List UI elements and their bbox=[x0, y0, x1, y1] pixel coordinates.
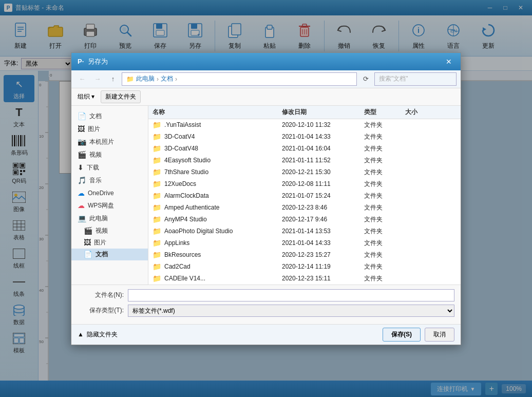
file-name: BkResources bbox=[164, 251, 201, 258]
pc-docs-icon: 📄 bbox=[84, 250, 92, 258]
music-icon: 🎵 bbox=[78, 176, 86, 184]
filename-label: 文件名(N): bbox=[78, 291, 124, 299]
breadcrumb-icon: 📁 bbox=[126, 75, 134, 83]
dialog-close-button[interactable]: ✕ bbox=[443, 56, 454, 67]
file-row[interactable]: 📁 AlarmClockData 2021-01-07 15:24 文件夹 bbox=[148, 190, 461, 202]
nav-item-video[interactable]: 🎬 视频 bbox=[71, 148, 148, 161]
nav-item-downloads[interactable]: ⬇ 下载 bbox=[71, 161, 148, 174]
file-row[interactable]: 📁 Cad2Cad 2020-12-14 11:19 文件夹 bbox=[148, 261, 461, 273]
folder-icon: 📁 bbox=[153, 251, 161, 259]
file-name: 4Easysoft Studio bbox=[164, 157, 211, 164]
file-date: 2021-01-04 14:33 bbox=[282, 133, 364, 140]
folder-icon: 📁 bbox=[153, 239, 161, 247]
file-row[interactable]: 📁 CADElle V14... 2020-12-23 15:11 文件夹 bbox=[148, 273, 461, 285]
folder-icon: 📁 bbox=[153, 133, 161, 141]
filetype-row: 保存类型(T): 标签文件(*.wdf) bbox=[78, 305, 454, 317]
file-row[interactable]: 📁 AoaoPhoto Digital Studio 2021-01-14 13… bbox=[148, 225, 461, 237]
hide-folders-toggle[interactable]: ▲ 隐藏文件夹 bbox=[78, 330, 118, 339]
dialog-file-list: 名称 修改日期 类型 大小 📁 .YunTaiAssist 2020-12-10… bbox=[148, 106, 461, 285]
search-bar[interactable]: 搜索"文档" bbox=[374, 72, 457, 86]
file-date: 2020-12-14 11:19 bbox=[282, 263, 364, 270]
file-row[interactable]: 📁 7thShare Studio 2020-12-21 15:30 文件夹 bbox=[148, 166, 461, 178]
nav-subitem-pc-video[interactable]: 🎬 视频 bbox=[71, 225, 148, 237]
file-row[interactable]: 📁 4Easysoft Studio 2021-01-11 11:52 文件夹 bbox=[148, 155, 461, 166]
folder-icon: 📁 bbox=[153, 180, 161, 188]
breadcrumb-item-pc[interactable]: 此电脑 bbox=[136, 74, 155, 83]
filetype-select[interactable]: 标签文件(*.wdf) bbox=[128, 305, 454, 317]
file-name: 12XueDocs bbox=[164, 180, 196, 187]
dialog-bottom: 文件名(N): 保存类型(T): 标签文件(*.wdf) bbox=[71, 285, 461, 324]
file-date: 2020-12-08 11:11 bbox=[282, 180, 364, 187]
file-name: AnyMP4 Studio bbox=[164, 216, 207, 223]
dialog-left-nav: 📄 文档 🖼 图片 📷 本机照片 🎬 视频 bbox=[71, 106, 148, 285]
file-type: 文件夹 bbox=[364, 215, 405, 224]
dialog-title: 另存为 bbox=[88, 57, 108, 66]
file-date: 2020-12-23 15:27 bbox=[282, 251, 364, 258]
folder-icon: 📁 bbox=[153, 262, 161, 271]
file-type: 文件夹 bbox=[364, 239, 405, 248]
file-row[interactable]: 📁 12XueDocs 2020-12-08 11:11 文件夹 bbox=[148, 178, 461, 190]
file-date: 2020-12-10 11:32 bbox=[282, 121, 364, 128]
nav-item-onedrive[interactable]: ☁ OneDrive bbox=[71, 187, 148, 199]
nav-up-button[interactable]: ↑ bbox=[106, 73, 120, 85]
file-row[interactable]: 📁 AppLinks 2021-01-04 14:33 文件夹 bbox=[148, 237, 461, 249]
file-row[interactable]: 📁 3D-CoatV4 2021-01-04 14:33 文件夹 bbox=[148, 131, 461, 143]
filetype-label: 保存类型(T): bbox=[78, 306, 124, 315]
file-name: 3D-CoatV48 bbox=[164, 145, 198, 152]
nav-item-pc[interactable]: 💻 此电脑 bbox=[71, 212, 148, 225]
nav-item-pictures[interactable]: 🖼 图片 bbox=[71, 123, 148, 136]
file-type: 文件夹 bbox=[364, 168, 405, 177]
cancel-dialog-button[interactable]: 取消 bbox=[425, 328, 454, 342]
file-type: 文件夹 bbox=[364, 262, 405, 271]
file-row[interactable]: 📁 Amped Authenticate 2020-12-23 8:46 文件夹 bbox=[148, 202, 461, 214]
file-date: 2020-12-23 8:46 bbox=[282, 204, 364, 211]
dialog-footer: ▲ 隐藏文件夹 保存(S) 取消 bbox=[71, 324, 461, 345]
downloads-icon: ⬇ bbox=[78, 163, 84, 172]
file-row[interactable]: 📁 AnyMP4 Studio 2020-12-17 9:46 文件夹 bbox=[148, 214, 461, 225]
file-date: 2021-01-04 16:04 bbox=[282, 145, 364, 152]
file-list-header: 名称 修改日期 类型 大小 bbox=[148, 106, 461, 119]
pc-video-icon: 🎬 bbox=[84, 226, 92, 235]
file-type: 文件夹 bbox=[364, 121, 405, 129]
video-icon: 🎬 bbox=[78, 150, 86, 159]
save-dialog-button[interactable]: 保存(S) bbox=[383, 328, 421, 342]
folder-icon: 📁 bbox=[153, 274, 161, 282]
wps-icon: ☁ bbox=[78, 201, 85, 210]
organize-button[interactable]: 组织 ▾ bbox=[75, 91, 97, 102]
file-date: 2021-01-04 14:33 bbox=[282, 239, 364, 247]
folder-icon: 📁 bbox=[153, 227, 161, 235]
folder-icon: 📁 bbox=[153, 144, 161, 153]
folder-icon: 📁 bbox=[153, 156, 161, 164]
file-row[interactable]: 📁 .YunTaiAssist 2020-12-10 11:32 文件夹 bbox=[148, 119, 461, 131]
filename-row: 文件名(N): bbox=[78, 289, 454, 301]
folder-icon: 📁 bbox=[153, 121, 161, 129]
file-name: Cad2Cad bbox=[164, 263, 191, 270]
nav-back-button[interactable]: ← bbox=[75, 73, 89, 85]
nav-subitem-pc-pic[interactable]: 🖼 图片 bbox=[71, 237, 148, 249]
folder-icon: 📁 bbox=[153, 215, 161, 223]
nav-item-wps[interactable]: ☁ WPS网盘 bbox=[71, 199, 148, 212]
file-name: 3D-CoatV4 bbox=[164, 133, 195, 140]
file-row[interactable]: 📁 3D-CoatV48 2021-01-04 16:04 文件夹 bbox=[148, 143, 461, 155]
nav-refresh-button[interactable]: ⟳ bbox=[359, 73, 372, 85]
collapse-icon: ▲ bbox=[78, 331, 84, 338]
pc-icon: 💻 bbox=[78, 214, 86, 222]
onedrive-icon: ☁ bbox=[78, 189, 85, 197]
nav-forward-button[interactable]: → bbox=[91, 73, 104, 85]
new-folder-button[interactable]: 新建文件夹 bbox=[101, 90, 141, 103]
file-type: 文件夹 bbox=[364, 227, 405, 236]
breadcrumb-item-docs[interactable]: 文档 bbox=[161, 74, 173, 83]
file-list-content[interactable]: 📁 .YunTaiAssist 2020-12-10 11:32 文件夹 📁 3… bbox=[148, 119, 461, 285]
dialog-nav: ← → ↑ 📁 此电脑 › 文档 › ⟳ 搜索"文档" bbox=[71, 70, 461, 88]
file-name: AppLinks bbox=[164, 239, 189, 247]
file-date: 2021-01-07 15:24 bbox=[282, 192, 364, 199]
nav-item-music[interactable]: 🎵 音乐 bbox=[71, 174, 148, 187]
pictures-icon: 🖼 bbox=[78, 125, 85, 133]
search-placeholder: 搜索"文档" bbox=[379, 74, 408, 83]
file-row[interactable]: 📁 BkResources 2020-12-23 15:27 文件夹 bbox=[148, 249, 461, 261]
nav-item-docs[interactable]: 📄 文档 bbox=[71, 110, 148, 123]
nav-item-local-pics[interactable]: 📷 本机照片 bbox=[71, 136, 148, 148]
folder-icon: 📁 bbox=[153, 203, 161, 212]
filename-input[interactable] bbox=[128, 289, 454, 301]
nav-subitem-pc-docs[interactable]: 📄 文档 bbox=[71, 249, 148, 260]
